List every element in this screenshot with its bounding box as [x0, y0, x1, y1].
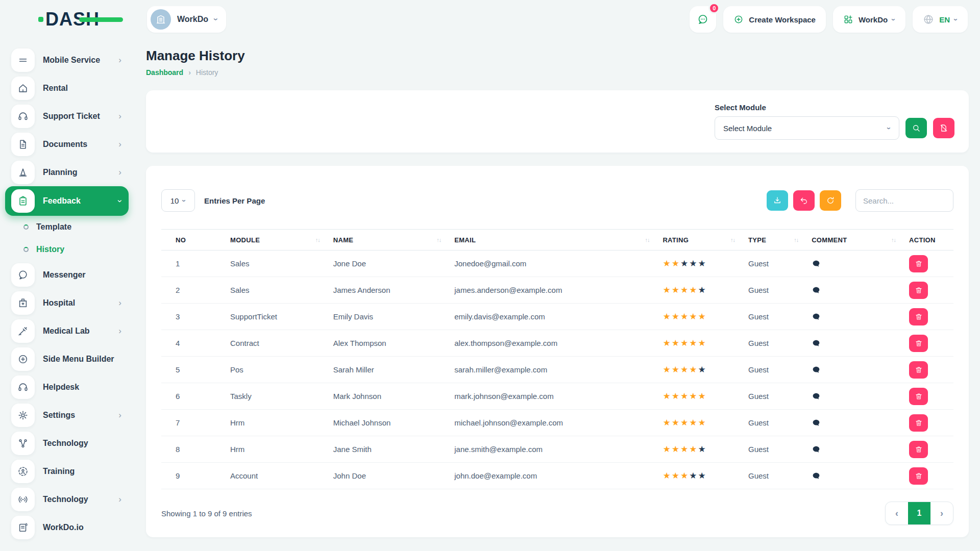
refresh-button[interactable] — [820, 190, 841, 211]
table-row: 5 Pos Sarah Miller sarah.miller@example.… — [161, 357, 953, 383]
delete-button[interactable] — [909, 282, 928, 299]
delete-button[interactable] — [909, 467, 928, 485]
sidebar-item-technology[interactable]: Technology › — [5, 485, 129, 513]
app-switcher-button[interactable]: WorkDo › — [833, 6, 905, 33]
delete-button[interactable] — [909, 361, 928, 379]
cell-type: Guest — [748, 259, 812, 268]
cell-module: Sales — [230, 286, 333, 294]
notification-badge: 0 — [708, 3, 720, 14]
sort-icon[interactable]: ↑↓ — [730, 237, 735, 243]
star-icon: ★ — [672, 338, 680, 348]
sidebar-item-side-menu-builder[interactable]: Side Menu Builder — [5, 345, 129, 373]
column-header-type[interactable]: TYPE↑↓ — [748, 236, 812, 244]
cell-rating: ★★★★★ — [663, 391, 748, 402]
cell-email: mark.johnson@example.com — [454, 392, 663, 400]
star-icon: ★ — [680, 312, 689, 321]
column-header-module[interactable]: MODULE↑↓ — [230, 236, 333, 244]
comment-button[interactable] — [812, 471, 821, 481]
entries-summary: Showing 1 to 9 of 9 entries — [161, 509, 252, 518]
sidebar-item-medical-lab[interactable]: Medical Lab › — [5, 317, 129, 345]
sidebar-item-technology[interactable]: Technology — [5, 429, 129, 457]
delete-button[interactable] — [909, 255, 928, 272]
sidebar-item-feedback[interactable]: Feedback › — [5, 186, 129, 216]
cell-name: Jane Smith — [333, 445, 454, 454]
create-workspace-button[interactable]: Create Workspace — [723, 6, 826, 33]
sort-icon[interactable]: ↑↓ — [891, 237, 896, 243]
star-icon: ★ — [663, 312, 671, 321]
table-header: NOMODULE↑↓NAME↑↓EMAIL↑↓RATING↑↓TYPE↑↓COM… — [161, 229, 953, 251]
clear-filter-icon — [939, 123, 948, 133]
clipboard-icon — [17, 195, 29, 207]
messages-button[interactable]: 0 — [690, 6, 716, 33]
filter-card: Select Module Select Module › — [146, 90, 969, 153]
page-size-select[interactable]: 10 › — [161, 189, 195, 212]
breadcrumb-dashboard-link[interactable]: Dashboard — [146, 68, 183, 77]
delete-button[interactable] — [909, 335, 928, 352]
comment-button[interactable] — [812, 339, 821, 348]
sidebar-item-workdo-io[interactable]: WorkDo.io — [5, 513, 129, 541]
undo-icon — [799, 196, 808, 205]
column-header-label: COMMENT — [812, 236, 847, 244]
sidebar-item-training[interactable]: Training — [5, 457, 129, 485]
comment-button[interactable] — [812, 365, 821, 374]
sidebar-item-support-ticket[interactable]: Support Ticket › — [5, 102, 129, 130]
dash-logo[interactable]: DASH — [38, 9, 100, 30]
sidebar-nav: Mobile Service › Rental Support Ticket ›… — [0, 46, 138, 541]
comment-button[interactable] — [812, 312, 821, 321]
sidebar-item-documents[interactable]: Documents › — [5, 130, 129, 158]
cell-module: Hrm — [230, 418, 333, 427]
sidebar-item-helpdesk[interactable]: Helpdesk — [5, 373, 129, 401]
cell-type: Guest — [748, 339, 812, 347]
comment-button[interactable] — [812, 286, 821, 295]
column-header-comment[interactable]: COMMENT↑↓ — [812, 236, 909, 244]
clear-filter-button[interactable] — [933, 118, 954, 138]
cell-name: John Doe — [333, 471, 454, 480]
sidebar-item-planning[interactable]: Planning › — [5, 158, 129, 186]
sidebar-item-history[interactable]: History — [0, 238, 138, 261]
undo-button[interactable] — [793, 190, 815, 211]
grid-plus-icon — [843, 14, 853, 24]
sidebar-item-settings[interactable]: Settings › — [5, 401, 129, 429]
next-page-button[interactable]: › — [930, 502, 953, 524]
module-select[interactable]: Select Module › — [715, 116, 899, 140]
sort-icon[interactable]: ↑↓ — [794, 237, 798, 243]
page-1-button[interactable]: 1 — [908, 502, 930, 524]
export-button[interactable] — [767, 190, 788, 211]
sidebar-item-rental[interactable]: Rental — [5, 74, 129, 102]
plus-circle-icon — [17, 354, 29, 365]
comment-button[interactable] — [812, 259, 821, 268]
sort-icon[interactable]: ↑↓ — [315, 237, 320, 243]
cell-no: 6 — [161, 392, 230, 400]
column-header-rating[interactable]: RATING↑↓ — [663, 236, 748, 244]
sidebar-item-hospital[interactable]: Hospital › — [5, 289, 129, 317]
comment-icon — [812, 471, 821, 481]
delete-button[interactable] — [909, 388, 928, 405]
column-header-name[interactable]: NAME↑↓ — [333, 236, 454, 244]
delete-button[interactable] — [909, 308, 928, 325]
trash-icon — [915, 286, 923, 294]
page-size-value: 10 — [170, 196, 179, 205]
sidebar-item-mobile-service[interactable]: Mobile Service › — [5, 46, 129, 74]
sidebar-item-messenger[interactable]: Messenger — [5, 261, 129, 289]
table-row: 3 SupportTicket Emily Davis emily.davis@… — [161, 304, 953, 330]
language-selector[interactable]: EN › — [913, 6, 968, 33]
cell-email: jane.smith@example.com — [454, 445, 663, 454]
comment-button[interactable] — [812, 445, 821, 454]
workspace-name: WorkDo — [177, 15, 208, 24]
search-submit-button[interactable] — [905, 118, 927, 138]
delete-button[interactable] — [909, 414, 928, 432]
comment-button[interactable] — [812, 392, 821, 401]
sort-icon[interactable]: ↑↓ — [436, 237, 441, 243]
table-search-input[interactable] — [855, 189, 953, 212]
workspace-selector[interactable]: WorkDo › — [147, 6, 226, 33]
comment-button[interactable] — [812, 418, 821, 428]
select-module-block: Select Module Select Module › — [715, 103, 899, 140]
column-header-email[interactable]: EMAIL↑↓ — [454, 236, 663, 244]
cell-rating: ★★★★★ — [663, 338, 748, 348]
cell-no: 2 — [161, 286, 230, 294]
sort-icon[interactable]: ↑↓ — [645, 237, 649, 243]
prev-page-button[interactable]: ‹ — [886, 502, 908, 524]
delete-button[interactable] — [909, 441, 928, 458]
chevron-right-icon: › — [118, 298, 121, 308]
sidebar-item-template[interactable]: Template — [0, 216, 138, 238]
